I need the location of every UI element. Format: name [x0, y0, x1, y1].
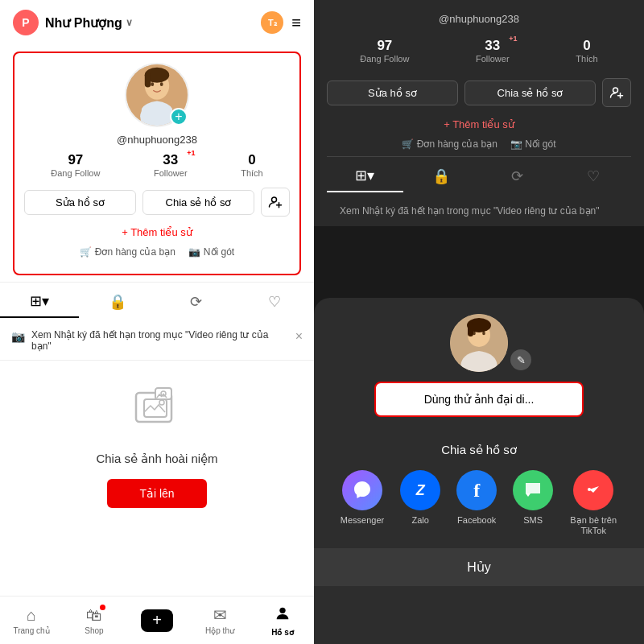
- nav-profile[interactable]: Hồ sơ: [251, 605, 314, 637]
- shop-badge: [100, 605, 105, 610]
- tiktok-friends-icon: [573, 470, 613, 510]
- create-button[interactable]: +: [141, 609, 173, 632]
- t2-badge[interactable]: T₂: [261, 11, 283, 34]
- right-likes-count: 0: [576, 38, 598, 54]
- right-bio[interactable]: + Thêm tiểu sử: [327, 115, 631, 134]
- share-tiktok-friends[interactable]: Bạn bè trên TikTok: [569, 470, 617, 535]
- share-avatar: [450, 314, 508, 372]
- nav-shop[interactable]: 🛍 Shop: [63, 606, 126, 635]
- stat-followers: 33 +1 Follower: [154, 152, 188, 178]
- right-panel: @nhuphuong238 97 Đang Follow 33 +1 Follo…: [314, 0, 644, 644]
- messenger-label: Messenger: [341, 515, 384, 525]
- cancel-button[interactable]: Hủy: [314, 548, 644, 586]
- facebook-label: Facebook: [457, 515, 496, 525]
- nav-inbox-label: Hộp thư: [205, 626, 234, 635]
- right-orders-label: Đơn hàng của bạn: [417, 138, 497, 150]
- svg-point-8: [272, 197, 277, 202]
- svg-rect-25: [468, 322, 473, 336]
- likes-label: Thích: [241, 168, 263, 178]
- svg-point-16: [279, 607, 285, 613]
- tab-liked[interactable]: ♡: [236, 286, 315, 318]
- right-orders-link[interactable]: 🛒 Đơn hàng của bạn: [402, 138, 497, 150]
- right-stats-row: 97 Đang Follow 33 +1 Follower 0 Thích: [327, 31, 631, 70]
- tab-lock[interactable]: 🔒: [79, 286, 158, 318]
- memory-section: Chia sẻ ảnh hoài niệm Tải lên: [0, 361, 314, 524]
- share-facebook[interactable]: f Facebook: [456, 470, 497, 535]
- profile-icon: [274, 605, 291, 626]
- nav-home[interactable]: ⌂ Trang chủ: [0, 606, 63, 635]
- add-friend-button[interactable]: [261, 188, 290, 217]
- zalo-label: Zalo: [412, 515, 429, 525]
- memory-icon: [133, 385, 181, 442]
- right-following-label: Đang Follow: [360, 54, 409, 64]
- username: Như Phượng: [45, 15, 122, 31]
- chevron-icon: ∨: [126, 17, 133, 28]
- followers-plus: +1: [187, 149, 195, 157]
- tab-repost[interactable]: ⟳: [157, 286, 236, 318]
- right-notice: Xem Nhật ký đã hết hạn trong mục "Video …: [327, 196, 631, 226]
- notice-text: Xem Nhật ký đã hết hạn trong mục "Video …: [31, 329, 289, 352]
- right-stat-likes: 0 Thích: [576, 38, 598, 64]
- right-tab-lock[interactable]: 🔒: [403, 160, 480, 192]
- nav-create[interactable]: +: [126, 609, 188, 632]
- add-photo-button[interactable]: +: [170, 108, 188, 126]
- stat-likes: 0 Thích: [241, 152, 263, 178]
- nav-profile-label: Hồ sơ: [271, 628, 294, 637]
- svg-point-4: [160, 82, 163, 86]
- orders-link[interactable]: 🛒 Đơn hàng của bạn: [80, 246, 175, 258]
- orders-label: Đơn hàng của bạn: [95, 246, 175, 258]
- share-profile-button[interactable]: Chia sẻ hồ sơ: [142, 190, 254, 215]
- right-stat-following: 97 Đang Follow: [360, 38, 409, 64]
- memory-title: Chia sẻ ảnh hoài niệm: [96, 452, 217, 466]
- stats-row: 97 Đang Follow 33 +1 Follower 0 Thích: [24, 146, 290, 181]
- noi-got-link[interactable]: 📷 Nối gót: [188, 246, 234, 258]
- header-right: T₂ ≡: [261, 11, 301, 34]
- content-tab-bar: ⊞▾ 🔒 ⟳ ♡: [0, 282, 314, 321]
- edit-profile-button[interactable]: Sửa hồ sơ: [24, 190, 136, 215]
- share-sms[interactable]: SMS: [513, 470, 553, 535]
- sms-label: SMS: [523, 515, 543, 525]
- photo-icon: 📷: [188, 246, 200, 258]
- sms-icon: [513, 470, 553, 510]
- noi-got-label: Nối gót: [204, 246, 234, 258]
- right-noi-got-link[interactable]: 📷 Nối gót: [510, 138, 556, 150]
- bottom-nav: ⌂ Trang chủ 🛍 Shop + ✉ Hộp thư Hồ sơ: [0, 596, 314, 644]
- notice-close-button[interactable]: ×: [295, 329, 303, 344]
- right-tab-liked[interactable]: ♡: [555, 160, 632, 192]
- notice-icon: 📷: [11, 330, 25, 343]
- edit-avatar-button[interactable]: ✎: [510, 349, 531, 370]
- tab-videos[interactable]: ⊞▾: [0, 286, 79, 318]
- right-profile-header: @nhuphuong238 97 Đang Follow 33 +1 Follo…: [314, 0, 644, 226]
- profile-card: + @nhuphuong238 97 Đang Follow 33 +1 Fol…: [13, 52, 301, 275]
- nav-home-label: Trang chủ: [13, 626, 49, 635]
- followers-count: 33: [154, 152, 188, 168]
- right-edit-button[interactable]: Sửa hồ sơ: [327, 80, 458, 105]
- svg-point-13: [159, 400, 164, 405]
- share-messenger[interactable]: Messenger: [341, 470, 384, 535]
- svg-point-26: [588, 488, 591, 491]
- right-tab-videos[interactable]: ⊞▾: [327, 160, 403, 192]
- share-zalo[interactable]: Z Zalo: [400, 470, 440, 535]
- right-add-friend-button[interactable]: [602, 78, 631, 107]
- following-label: Đang Follow: [51, 168, 100, 178]
- header-left: P Như Phượng ∨: [13, 10, 133, 35]
- nav-inbox[interactable]: ✉ Hộp thư: [188, 605, 251, 635]
- upload-button[interactable]: Tải lên: [107, 479, 206, 508]
- right-followers-label: Follower: [476, 54, 510, 64]
- right-share-button[interactable]: Chia sẻ hồ sơ: [464, 80, 596, 105]
- right-likes-label: Thích: [576, 54, 598, 64]
- right-quick-links: 🛒 Đơn hàng của bạn 📷 Nối gót: [327, 134, 631, 156]
- menu-icon[interactable]: ≡: [291, 14, 301, 32]
- username-row[interactable]: Như Phượng ∨: [45, 15, 133, 31]
- right-tab-bar: ⊞▾ 🔒 ⟳ ♡: [327, 156, 631, 196]
- avatar-wrapper: +: [125, 63, 189, 127]
- try-photo-button[interactable]: Dùng thử ảnh đại di...: [374, 382, 584, 417]
- right-followers-count: 33: [476, 38, 510, 54]
- action-buttons: Sửa hồ sơ Chia sẻ hồ sơ: [24, 181, 290, 223]
- right-tab-repost[interactable]: ⟳: [479, 160, 555, 192]
- inbox-icon: ✉: [213, 605, 227, 625]
- facebook-icon: f: [456, 470, 497, 510]
- left-panel: P Như Phượng ∨ T₂ ≡: [0, 0, 314, 644]
- bio-section[interactable]: + Thêm tiểu sử: [24, 223, 290, 242]
- svg-point-17: [613, 88, 618, 93]
